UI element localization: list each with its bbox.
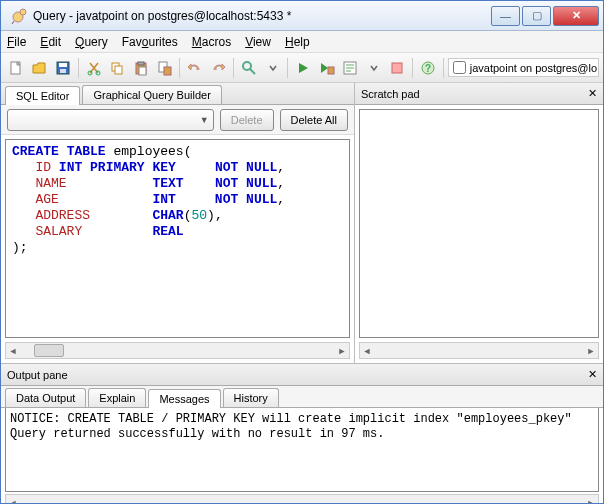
menu-help[interactable]: Help xyxy=(285,35,310,49)
sql-editor[interactable]: CREATE TABLE employees( ID INT PRIMARY K… xyxy=(5,139,350,338)
output-tabs: Data Output Explain Messages History xyxy=(1,386,603,408)
menu-macros[interactable]: Macros xyxy=(192,35,231,49)
svg-point-15 xyxy=(243,62,251,70)
output-pane: Output pane ✕ Data Output Explain Messag… xyxy=(1,363,603,504)
execute-pgscript-icon[interactable] xyxy=(316,57,338,79)
menubar: File Edit Query Favourites Macros View H… xyxy=(1,31,603,53)
svg-rect-16 xyxy=(328,67,334,74)
menu-view[interactable]: View xyxy=(245,35,271,49)
tab-explain[interactable]: Explain xyxy=(88,388,146,407)
cut-icon[interactable] xyxy=(83,57,105,79)
svg-rect-9 xyxy=(115,66,122,74)
output-close-icon[interactable]: ✕ xyxy=(588,368,597,381)
minimize-button[interactable]: — xyxy=(491,6,520,26)
app-icon xyxy=(10,7,28,25)
open-folder-icon[interactable] xyxy=(29,57,51,79)
svg-rect-5 xyxy=(60,69,66,73)
copy-icon[interactable] xyxy=(106,57,128,79)
output-hscrollbar[interactable]: ◄ ► xyxy=(5,494,599,504)
scratch-pad-body[interactable] xyxy=(359,109,599,338)
find-icon[interactable] xyxy=(238,57,260,79)
editor-tabs: SQL Editor Graphical Query Builder xyxy=(1,83,354,105)
redo-icon[interactable] xyxy=(208,57,230,79)
delete-button[interactable]: Delete xyxy=(220,109,274,131)
titlebar: Query - javatpoint on postgres@localhost… xyxy=(1,1,603,31)
menu-file[interactable]: File xyxy=(7,35,26,49)
tab-messages[interactable]: Messages xyxy=(148,389,220,408)
svg-rect-11 xyxy=(138,62,144,65)
scroll-right-icon[interactable]: ► xyxy=(584,495,598,504)
menu-query[interactable]: Query xyxy=(75,35,108,49)
save-icon[interactable] xyxy=(52,57,74,79)
scratch-close-icon[interactable]: ✕ xyxy=(588,87,597,100)
sql-editor-pane: SQL Editor Graphical Query Builder ▼ Del… xyxy=(1,83,355,363)
close-button[interactable]: ✕ xyxy=(553,6,599,26)
tab-data-output[interactable]: Data Output xyxy=(5,388,86,407)
editor-hscrollbar[interactable]: ◄ ► xyxy=(5,342,350,359)
svg-rect-12 xyxy=(139,67,146,75)
undo-icon[interactable] xyxy=(184,57,206,79)
editor-toolbar: ▼ Delete Delete All xyxy=(1,105,354,135)
paste-icon[interactable] xyxy=(130,57,152,79)
connection-label: javatpoint on postgres@lo xyxy=(470,62,597,74)
svg-rect-4 xyxy=(59,63,67,67)
tab-graphical-query-builder[interactable]: Graphical Query Builder xyxy=(82,85,221,104)
output-pane-title: Output pane ✕ xyxy=(1,364,603,386)
scroll-left-icon[interactable]: ◄ xyxy=(360,343,374,358)
scroll-left-icon[interactable]: ◄ xyxy=(6,495,20,504)
window-title: Query - javatpoint on postgres@localhost… xyxy=(33,9,489,23)
window-controls: — ▢ ✕ xyxy=(489,6,599,26)
previous-queries-combo[interactable]: ▼ xyxy=(7,109,214,131)
menu-edit[interactable]: Edit xyxy=(40,35,61,49)
help-icon[interactable]: ? xyxy=(417,57,439,79)
scroll-thumb[interactable] xyxy=(34,344,64,357)
svg-rect-14 xyxy=(164,67,171,75)
scroll-left-icon[interactable]: ◄ xyxy=(6,343,20,358)
explain-icon[interactable] xyxy=(339,57,361,79)
new-file-icon[interactable] xyxy=(5,57,27,79)
tab-sql-editor[interactable]: SQL Editor xyxy=(5,86,80,105)
scroll-right-icon[interactable]: ► xyxy=(584,343,598,358)
svg-rect-18 xyxy=(392,63,402,73)
clear-icon[interactable] xyxy=(153,57,175,79)
scratch-hscrollbar[interactable]: ◄ ► xyxy=(359,342,599,359)
svg-text:?: ? xyxy=(425,63,431,74)
svg-point-1 xyxy=(20,9,26,15)
delete-all-button[interactable]: Delete All xyxy=(280,109,348,131)
connection-checkbox[interactable] xyxy=(453,61,466,74)
find-down-icon[interactable] xyxy=(262,57,284,79)
stop-icon[interactable] xyxy=(387,57,409,79)
maximize-button[interactable]: ▢ xyxy=(522,6,551,26)
explain-down-icon[interactable] xyxy=(363,57,385,79)
output-body[interactable]: NOTICE: CREATE TABLE / PRIMARY KEY will … xyxy=(5,408,599,492)
scratch-pad-pane: Scratch pad ✕ ◄ ► xyxy=(355,83,603,363)
scroll-right-icon[interactable]: ► xyxy=(335,343,349,358)
scratch-pad-title: Scratch pad ✕ xyxy=(355,83,603,105)
menu-favourites[interactable]: Favourites xyxy=(122,35,178,49)
execute-icon[interactable] xyxy=(292,57,314,79)
tab-history[interactable]: History xyxy=(223,388,279,407)
toolbar: ? javatpoint on postgres@lo xyxy=(1,53,603,83)
connection-combo[interactable]: javatpoint on postgres@lo xyxy=(448,58,599,77)
